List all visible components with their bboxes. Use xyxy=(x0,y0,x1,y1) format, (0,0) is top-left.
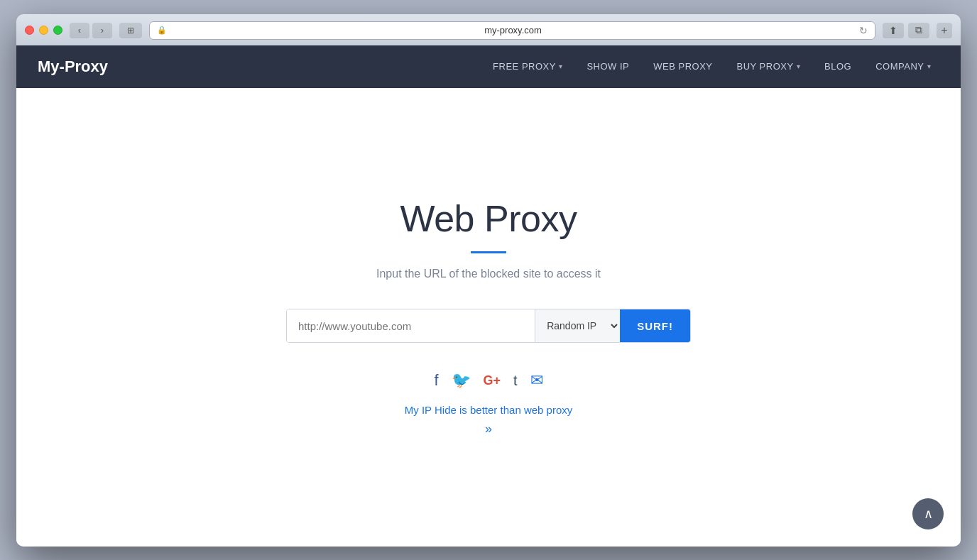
email-icon[interactable]: ✉ xyxy=(530,371,543,390)
back-button[interactable]: ‹ xyxy=(70,23,89,38)
nav-item-buy-proxy[interactable]: BUY PROXY ▾ xyxy=(728,55,809,77)
page-title: Web Proxy xyxy=(400,197,577,240)
maximize-button[interactable] xyxy=(53,26,62,35)
dropdown-arrow-icon: ▾ xyxy=(927,62,932,70)
add-tab-button[interactable]: + xyxy=(937,23,952,38)
browser-chrome: ‹ › ⊞ 🔒 my-proxy.com ↻ ⬆ ⧉ + xyxy=(16,14,961,45)
social-icons: f 🐦 G+ t ✉ xyxy=(434,371,542,390)
url-input[interactable] xyxy=(287,309,535,342)
tumblr-icon[interactable]: t xyxy=(513,373,518,389)
forward-button[interactable]: › xyxy=(92,23,112,38)
close-button[interactable] xyxy=(25,26,34,35)
better-link[interactable]: My IP Hide is better than web proxy xyxy=(405,404,573,416)
chevron-up-icon: ∧ xyxy=(924,506,933,522)
main-content: Web Proxy Input the URL of the blocked s… xyxy=(16,88,961,547)
address-bar[interactable]: 🔒 my-proxy.com ↻ xyxy=(149,21,875,40)
tab-view-button[interactable]: ⊞ xyxy=(119,23,142,38)
nav-item-free-proxy[interactable]: FREE PROXY ▾ xyxy=(484,55,571,77)
share-button[interactable]: ⬆ xyxy=(883,23,904,38)
browser-actions: ⬆ ⧉ xyxy=(883,23,929,38)
reload-button[interactable]: ↻ xyxy=(859,25,868,36)
minimize-button[interactable] xyxy=(39,26,48,35)
ip-select[interactable]: Random IP US IP UK IP EU IP xyxy=(535,309,620,342)
dropdown-arrow-icon: ▾ xyxy=(559,62,563,70)
scroll-top-button[interactable]: ∧ xyxy=(912,498,944,529)
subtitle: Input the URL of the blocked site to acc… xyxy=(376,268,601,280)
nav-items: FREE PROXY ▾ SHOW IP WEB PROXY BUY PROXY… xyxy=(484,55,939,77)
twitter-icon[interactable]: 🐦 xyxy=(452,371,471,390)
nav-arrows: ‹ › xyxy=(70,23,112,38)
title-underline xyxy=(471,251,506,253)
surf-button[interactable]: SURF! xyxy=(620,309,690,342)
google-plus-icon[interactable]: G+ xyxy=(484,373,501,388)
nav-item-web-proxy[interactable]: WEB PROXY xyxy=(645,55,721,77)
facebook-icon[interactable]: f xyxy=(434,371,438,390)
site-logo: My-Proxy xyxy=(38,57,108,76)
url-display: my-proxy.com xyxy=(171,25,855,35)
proxy-form: Random IP US IP UK IP EU IP SURF! xyxy=(286,309,691,343)
browser-window: ‹ › ⊞ 🔒 my-proxy.com ↻ ⬆ ⧉ + My-Proxy FR… xyxy=(16,14,961,547)
scroll-down-icon[interactable]: » xyxy=(485,422,492,437)
nav-item-blog[interactable]: BLOG xyxy=(816,55,860,77)
traffic-lights xyxy=(25,26,62,35)
site-nav: My-Proxy FREE PROXY ▾ SHOW IP WEB PROXY … xyxy=(16,45,961,88)
dropdown-arrow-icon: ▾ xyxy=(797,62,801,70)
website-content: My-Proxy FREE PROXY ▾ SHOW IP WEB PROXY … xyxy=(16,45,961,547)
nav-item-company[interactable]: COMPANY ▾ xyxy=(867,55,939,77)
lock-icon: 🔒 xyxy=(157,26,167,35)
nav-item-show-ip[interactable]: SHOW IP xyxy=(578,55,638,77)
duplicate-button[interactable]: ⧉ xyxy=(908,23,929,38)
